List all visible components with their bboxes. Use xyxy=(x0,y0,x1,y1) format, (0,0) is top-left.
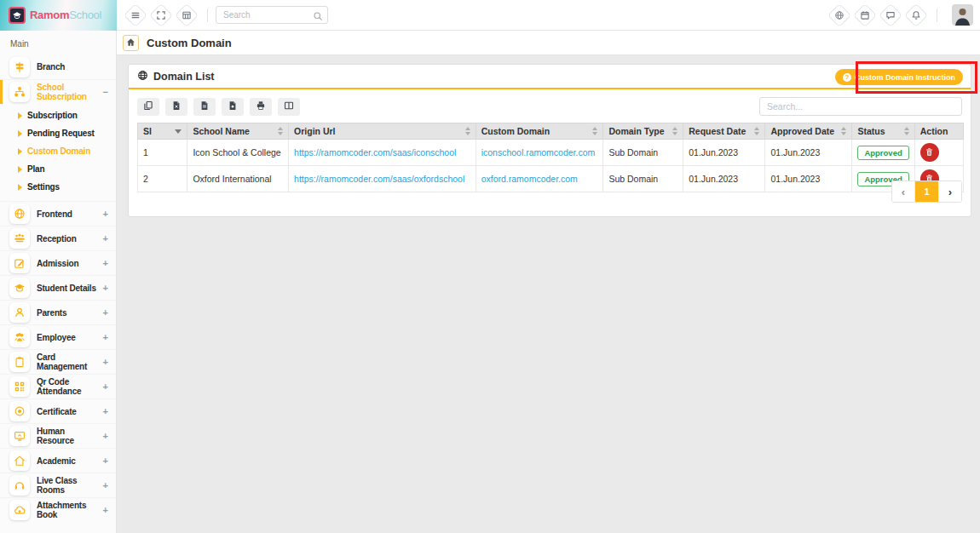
sort-icon xyxy=(592,127,597,135)
column-header-school-name[interactable]: School Name xyxy=(187,123,289,140)
column-header-custom-domain[interactable]: Custom Domain xyxy=(476,123,603,140)
origin-url-link[interactable]: https://ramomcoder.com/saas/oxfordschool xyxy=(294,174,464,184)
sidebar-item-qr-code-attendance[interactable]: Qr Code Attendance + xyxy=(0,374,116,398)
pagination-prev-button[interactable]: ‹ xyxy=(892,181,915,202)
divider xyxy=(937,9,937,22)
sitemap-icon xyxy=(9,82,30,102)
column-header-domain-type[interactable]: Domain Type xyxy=(603,123,683,140)
caret-right-icon xyxy=(18,166,22,173)
caret-right-icon xyxy=(18,184,22,191)
top-navbar: RamomSchool xyxy=(0,0,980,31)
sort-icon xyxy=(465,127,470,135)
fullscreen-button[interactable] xyxy=(149,3,173,26)
cell-request-date: 01.Jun.2023 xyxy=(683,140,765,166)
column-header-request-date[interactable]: Request Date xyxy=(683,123,765,140)
domain-table: Sl School Name Origin Url Custom Domain … xyxy=(137,123,964,192)
cell-domain-type: Sub Domain xyxy=(603,140,683,166)
sidebar-item-human-resource[interactable]: Human Resource + xyxy=(0,423,116,448)
notifications-button[interactable] xyxy=(904,3,928,26)
column-header-origin-url[interactable]: Origin Url xyxy=(289,123,476,140)
submenu-item-custom-domain[interactable]: Custom Domain xyxy=(0,142,116,160)
brand-name: RamomSchool xyxy=(30,9,101,21)
sidebar-item-label: School Subscription xyxy=(37,83,103,101)
home-button[interactable] xyxy=(123,35,139,51)
sidebar-item-parents[interactable]: Parents + xyxy=(0,300,116,324)
language-button[interactable] xyxy=(827,3,851,26)
sidebar-item-certificate[interactable]: Certificate + xyxy=(0,398,116,423)
table-row: 1 Icon School & College https://ramomcod… xyxy=(138,140,964,166)
sidebar-item-label: Branch xyxy=(37,62,108,72)
sidebar-item-frontend[interactable]: Frontend + xyxy=(0,201,116,226)
submenu-item-settings[interactable]: Settings xyxy=(0,178,116,196)
page-title: Custom Domain xyxy=(147,37,232,49)
sidebar-item-card-management[interactable]: Card Management + xyxy=(0,349,116,374)
monitor-icon xyxy=(9,426,30,446)
headset-icon xyxy=(9,475,30,496)
submenu-item-subscription[interactable]: Subscription xyxy=(0,106,116,124)
pagination-next-button[interactable]: › xyxy=(938,181,961,202)
grid-icon xyxy=(182,10,192,20)
csv-export-button[interactable] xyxy=(193,98,216,116)
sidebar-item-academic[interactable]: Academic + xyxy=(0,448,116,473)
search-icon xyxy=(313,9,323,25)
sidebar-item-branch[interactable]: Branch xyxy=(0,54,116,79)
sidebar-item-admission[interactable]: Admission + xyxy=(0,250,116,275)
table-search-input[interactable] xyxy=(759,97,962,116)
topbar-search-input[interactable] xyxy=(216,6,328,24)
globe-icon xyxy=(9,203,30,224)
origin-url-link[interactable]: https://ramomcoder.com/saas/iconschool xyxy=(294,147,456,158)
custom-domain-link[interactable]: oxford.ramomcoder.com xyxy=(481,174,578,184)
edit-icon xyxy=(9,253,30,273)
delete-button[interactable] xyxy=(920,143,939,162)
column-header-action: Action xyxy=(914,123,963,140)
user-icon xyxy=(9,302,30,323)
pagination-page-1[interactable]: 1 xyxy=(915,181,938,202)
sidebar-item-reception[interactable]: Reception + xyxy=(0,226,116,250)
column-header-sl[interactable]: Sl xyxy=(138,123,187,140)
brand-logo[interactable]: RamomSchool xyxy=(0,0,117,31)
cell-school-name: Oxford International xyxy=(187,166,289,192)
sidebar-item-attachments-book[interactable]: Attachments Book + xyxy=(0,497,116,522)
table-row: 2 Oxford International https://ramomcode… xyxy=(138,166,964,192)
cell-school-name: Icon School & College xyxy=(187,140,289,166)
globe-icon xyxy=(834,10,845,20)
sort-icon xyxy=(278,127,283,135)
column-header-status[interactable]: Status xyxy=(852,123,914,140)
excel-export-button[interactable] xyxy=(165,98,187,116)
fullscreen-icon xyxy=(156,10,166,20)
menu-toggle-button[interactable] xyxy=(124,3,147,26)
cell-approved-date: 01.Jun.2023 xyxy=(765,140,852,166)
reception-icon xyxy=(9,228,30,249)
sidebar-item-school-subscription[interactable]: School Subscription − xyxy=(0,79,116,104)
bell-icon xyxy=(911,10,921,20)
column-header-approved-date[interactable]: Approved Date xyxy=(765,123,852,140)
custom-domain-link[interactable]: iconschool.ramomcoder.com xyxy=(481,147,596,158)
submenu-item-plan[interactable]: Plan xyxy=(0,160,116,178)
pdf-export-button[interactable] xyxy=(222,98,244,116)
pagination: ‹ 1 › xyxy=(891,181,962,203)
column-visibility-button[interactable] xyxy=(278,98,300,116)
custom-domain-instruction-button[interactable]: ? Custom Domain Instruction xyxy=(835,69,963,85)
messages-button[interactable] xyxy=(879,3,902,26)
caret-right-icon xyxy=(18,130,22,137)
copy-export-button[interactable] xyxy=(137,98,159,116)
submenu-item-pending-request[interactable]: Pending Request xyxy=(0,124,116,142)
home-icon xyxy=(126,35,135,50)
status-badge: Approved xyxy=(857,146,908,160)
question-icon: ? xyxy=(843,73,851,82)
sort-icon xyxy=(841,127,846,135)
sidebar-item-student-details[interactable]: Student Details + xyxy=(0,275,116,300)
cell-sl: 2 xyxy=(138,166,187,192)
cell-approved-date: 01.Jun.2023 xyxy=(765,166,852,192)
medal-icon xyxy=(9,401,30,421)
cell-sl: 1 xyxy=(138,140,187,166)
calendar-button[interactable] xyxy=(853,3,877,26)
user-avatar[interactable] xyxy=(952,4,973,26)
quick-grid-button[interactable] xyxy=(175,3,199,26)
excel-icon xyxy=(171,100,182,113)
graduation-cap-logo-icon xyxy=(9,7,26,24)
sidebar-item-employee[interactable]: Employee + xyxy=(0,324,116,349)
print-export-button[interactable] xyxy=(250,98,272,116)
card-title: Domain List xyxy=(153,71,215,83)
sidebar-item-live-class-rooms[interactable]: Live Class Rooms + xyxy=(0,473,116,497)
